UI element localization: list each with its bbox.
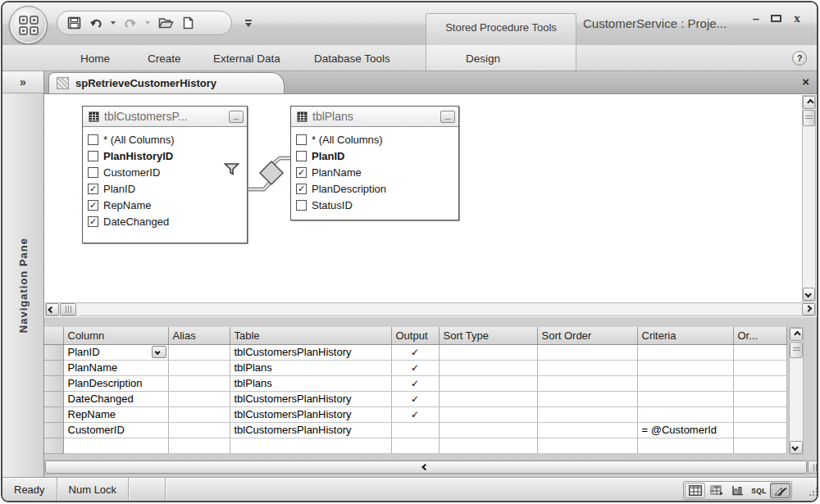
grid-cell-sort-order[interactable]: [537, 406, 637, 422]
navigation-pane-label-wrap[interactable]: Navigation Pane: [2, 93, 43, 477]
grid-cell-or[interactable]: [733, 406, 786, 422]
help-icon[interactable]: ?: [792, 51, 807, 66]
ribbon-tab-home[interactable]: Home: [75, 50, 116, 67]
field-row-planname[interactable]: ✓PlanName: [296, 164, 455, 180]
unchecked-field-checkbox[interactable]: [296, 200, 307, 211]
close-window-icon[interactable]: x: [789, 11, 805, 25]
table-card-tblcustomersplanhistory[interactable]: tblCustomersP... _ * (All Columns)PlanHi…: [82, 106, 248, 243]
scroll-track[interactable]: [790, 359, 803, 441]
save-icon[interactable]: [66, 14, 83, 32]
horizontal-scroll-thumb[interactable]: [60, 303, 76, 316]
grid-cell-sort-type[interactable]: [439, 438, 537, 453]
scroll-track[interactable]: [77, 303, 802, 316]
grid-horizontal-scrollbar[interactable]: [44, 460, 808, 474]
ribbon-tab-design[interactable]: Design: [460, 50, 506, 67]
field-row-datechanged[interactable]: ✓DateChanged: [88, 213, 244, 229]
grid-cell-criteria[interactable]: [637, 406, 733, 422]
resize-grip[interactable]: [809, 494, 811, 496]
grid-cell-output[interactable]: [391, 438, 439, 453]
grid-cell-criteria[interactable]: [637, 344, 733, 360]
grid-cell-column[interactable]: PlanDescription: [63, 375, 168, 391]
grid-cell-column[interactable]: PlanID: [63, 344, 168, 360]
tab-stored-procedure[interactable]: spRetrieveCustomerHistory: [48, 72, 285, 93]
grid-cell-column[interactable]: PlanName: [63, 360, 168, 375]
column-dropdown-icon[interactable]: [152, 346, 166, 358]
grid-cell-column[interactable]: [63, 438, 168, 453]
minimize-table-icon[interactable]: _: [440, 111, 455, 123]
minimize-window-icon[interactable]: –: [748, 11, 764, 25]
redo-icon[interactable]: [122, 14, 139, 32]
grid-cell-sort-type[interactable]: [439, 375, 537, 391]
field-row-statusid[interactable]: StatusID: [296, 197, 455, 213]
grid-cell-table[interactable]: tblCustomersPlanHistory: [230, 422, 391, 438]
field-row-repname[interactable]: ✓RepName: [88, 197, 244, 213]
unchecked-field-checkbox[interactable]: [88, 134, 98, 145]
pivottable-view-icon[interactable]: [706, 483, 727, 498]
grid-cell-sort-type[interactable]: [439, 360, 537, 375]
grid-cell-or[interactable]: [733, 422, 786, 438]
grid-vertical-scrollbar[interactable]: [789, 327, 804, 455]
unchecked-field-checkbox[interactable]: [88, 151, 98, 161]
scroll-track[interactable]: [803, 127, 815, 288]
grid-cell-or[interactable]: [733, 375, 786, 391]
sql-view-icon[interactable]: SQL: [749, 483, 769, 498]
field-row-all-columns[interactable]: * (All Columns): [88, 131, 244, 148]
expand-navigation-pane-button[interactable]: »: [2, 71, 43, 93]
checked-field-checkbox[interactable]: ✓: [296, 167, 307, 178]
scroll-left-icon[interactable]: [46, 303, 59, 316]
field-row-planid[interactable]: ✓PlanID: [88, 180, 244, 197]
row-selector[interactable]: [44, 406, 63, 422]
unchecked-field-checkbox[interactable]: [296, 151, 307, 161]
customize-quick-access-icon[interactable]: [242, 16, 255, 30]
grid-cell-sort-order[interactable]: [537, 438, 637, 453]
field-row-planid[interactable]: PlanID: [296, 148, 455, 164]
grid-cell-sort-type[interactable]: [439, 406, 537, 422]
design-horizontal-scrollbar[interactable]: [45, 302, 816, 316]
grid-cell-sort-order[interactable]: [537, 391, 637, 406]
grid-cell-output[interactable]: ✓: [391, 406, 439, 422]
design-surface[interactable]: tblCustomersP... _ * (All Columns)PlanHi…: [44, 94, 817, 317]
vertical-scroll-thumb[interactable]: [803, 110, 815, 126]
grid-cell-table[interactable]: tblPlans: [230, 375, 391, 391]
grid-cell-output[interactable]: [391, 422, 439, 438]
scroll-up-icon[interactable]: [803, 96, 815, 109]
grid-cell-table[interactable]: tblCustomersPlanHistory: [230, 344, 391, 360]
grid-cell-criteria[interactable]: = @CustomerId: [637, 422, 733, 438]
grid-cell-or[interactable]: [733, 391, 786, 406]
close-object-icon[interactable]: ×: [802, 75, 809, 89]
row-selector[interactable]: [44, 438, 63, 453]
grid-cell-output[interactable]: ✓: [391, 344, 439, 360]
pivotchart-view-icon[interactable]: [727, 483, 748, 498]
grid-cell-column[interactable]: DateChanged: [63, 391, 168, 406]
design-vertical-scrollbar[interactable]: [802, 95, 816, 302]
grid-cell-criteria[interactable]: [637, 375, 733, 391]
grid-cell-alias[interactable]: [168, 422, 230, 438]
grid-cell-output[interactable]: ✓: [391, 360, 439, 375]
grid-cell-alias[interactable]: [168, 391, 230, 406]
scroll-up-icon[interactable]: [790, 328, 803, 341]
grid-cell-sort-order[interactable]: [537, 360, 637, 375]
field-row-customerid[interactable]: CustomerID: [88, 164, 244, 180]
undo-dropdown-icon[interactable]: [109, 14, 117, 32]
field-row-plandescription[interactable]: ✓PlanDescription: [296, 180, 455, 197]
grid-cell-alias[interactable]: [168, 438, 230, 453]
grid-cell-or[interactable]: [733, 438, 786, 453]
grid-cell-or[interactable]: [733, 360, 786, 375]
grid-cell-criteria[interactable]: [637, 391, 733, 406]
new-document-icon[interactable]: [180, 14, 196, 32]
grid-cell-or[interactable]: [733, 344, 786, 360]
grid-cell-criteria[interactable]: [637, 438, 733, 453]
grid-cell-table[interactable]: tblCustomersPlanHistory: [230, 391, 391, 406]
grid-cell-sort-order[interactable]: [537, 375, 637, 391]
grid-cell-alias[interactable]: [168, 360, 230, 375]
grid-cell-alias[interactable]: [168, 406, 230, 422]
unchecked-field-checkbox[interactable]: [296, 134, 307, 145]
ribbon-tab-database-tools[interactable]: Database Tools: [308, 50, 396, 67]
redo-dropdown-icon[interactable]: [144, 14, 152, 32]
scroll-right-icon[interactable]: [802, 303, 815, 316]
unchecked-field-checkbox[interactable]: [88, 167, 98, 178]
field-row-planhistoryid[interactable]: PlanHistoryID: [88, 148, 244, 164]
row-selector[interactable]: [44, 391, 63, 406]
horizontal-scroll-thumb[interactable]: [808, 461, 818, 474]
maximize-window-icon[interactable]: [768, 11, 784, 25]
